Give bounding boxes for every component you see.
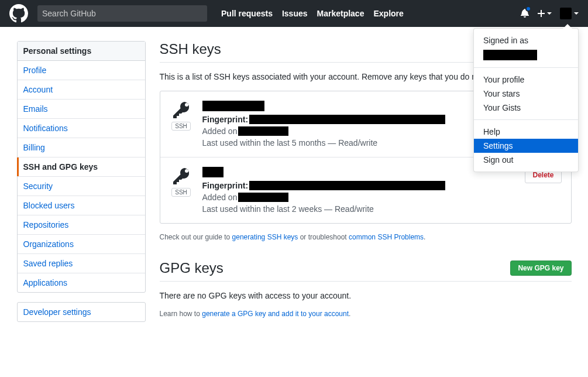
signed-in-as-label: Signed in as [474, 33, 578, 47]
new-gpg-key-button[interactable]: New GPG key [510, 261, 571, 276]
username-redacted [483, 50, 537, 60]
github-logo-icon[interactable] [9, 4, 28, 23]
generating-ssh-keys-link[interactable]: generating SSH keys [232, 233, 298, 241]
dd-sign-out[interactable]: Sign out [474, 153, 578, 167]
key-name-redacted [202, 167, 223, 177]
ssh-help-text: Check out our guide to generating SSH ke… [160, 233, 572, 241]
added-date-redacted [238, 193, 288, 202]
nav-pull-requests[interactable]: Pull requests [216, 9, 277, 18]
search-input[interactable] [37, 5, 207, 22]
last-used-text: Last used within the last 2 weeks — Read… [202, 204, 516, 214]
sidebar-item-developer-settings[interactable]: Developer settings [18, 303, 145, 321]
gpg-help-text: Learn how to generate a GPG key and add … [160, 310, 572, 318]
key-name-redacted [202, 101, 264, 111]
global-header: Pull requests Issues Marketplace Explore [0, 0, 588, 27]
dd-help[interactable]: Help [474, 125, 578, 139]
nav-issues[interactable]: Issues [277, 9, 312, 18]
avatar [560, 8, 572, 19]
user-menu-dropdown[interactable] [560, 8, 579, 19]
fingerprint-label: Fingerprint: [202, 115, 249, 124]
primary-nav: Pull requests Issues Marketplace Explore [216, 9, 408, 18]
common-ssh-problems-link[interactable]: common SSH Problems [349, 233, 424, 241]
added-date-redacted [238, 126, 288, 136]
sidebar-item-repositories[interactable]: Repositories [18, 215, 145, 235]
sidebar-item-billing[interactable]: Billing [18, 138, 145, 157]
sidebar-item-ssh-gpg-keys[interactable]: SSH and GPG keys [18, 157, 145, 177]
dd-your-stars[interactable]: Your stars [474, 87, 578, 101]
fingerprint-redacted [249, 115, 445, 124]
ssh-badge: SSH [171, 188, 191, 197]
sidebar-item-organizations[interactable]: Organizations [18, 235, 145, 254]
dd-your-gists[interactable]: Your Gists [474, 101, 578, 115]
sidebar-item-profile[interactable]: Profile [18, 61, 145, 80]
sidebar-header: Personal settings [18, 42, 145, 61]
sidebar-item-security[interactable]: Security [18, 177, 145, 196]
gpg-empty-message: There are no GPG keys with access to you… [160, 291, 572, 300]
settings-sidebar: Personal settings Profile Account Emails… [17, 41, 146, 337]
added-on-label: Added on [202, 193, 238, 202]
notification-indicator [525, 6, 531, 12]
header-right [520, 8, 579, 19]
key-icon [172, 101, 191, 119]
nav-marketplace[interactable]: Marketplace [312, 9, 369, 18]
dd-your-profile[interactable]: Your profile [474, 73, 578, 87]
sidebar-item-emails[interactable]: Emails [18, 100, 145, 119]
fingerprint-redacted [249, 181, 445, 190]
create-new-dropdown[interactable] [538, 9, 552, 18]
user-dropdown-menu: Signed in as Your profile Your stars You… [473, 28, 579, 172]
dd-settings[interactable]: Settings [474, 139, 578, 153]
nav-explore[interactable]: Explore [369, 9, 408, 18]
added-on-label: Added on [202, 126, 238, 136]
sidebar-item-blocked-users[interactable]: Blocked users [18, 196, 145, 215]
key-icon [172, 167, 191, 186]
sidebar-item-notifications[interactable]: Notifications [18, 119, 145, 138]
sidebar-item-saved-replies[interactable]: Saved replies [18, 254, 145, 273]
fingerprint-label: Fingerprint: [202, 181, 249, 190]
generate-gpg-key-link[interactable]: generate a GPG key and add it to your ac… [202, 310, 349, 318]
ssh-badge: SSH [171, 122, 191, 131]
sidebar-item-applications[interactable]: Applications [18, 273, 145, 292]
gpg-keys-title: GPG keys New GPG key [160, 260, 572, 282]
notifications-icon[interactable] [520, 8, 529, 19]
sidebar-item-account[interactable]: Account [18, 80, 145, 100]
